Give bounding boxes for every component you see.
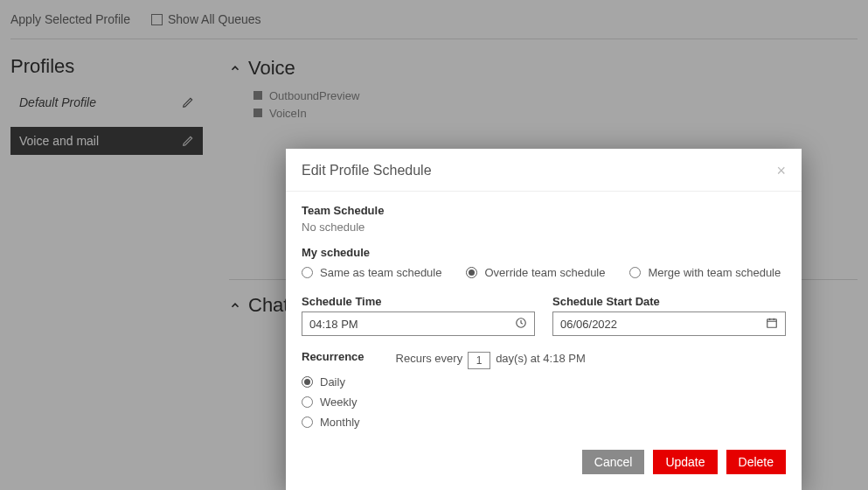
option-label: Override team schedule [484,266,605,279]
modal-header: Edit Profile Schedule × [286,149,802,192]
schedule-time-label: Schedule Time [302,295,535,308]
my-schedule-label: My schedule [302,246,786,259]
schedule-time-input[interactable]: 04:18 PM [302,312,535,336]
edit-profile-schedule-modal: Edit Profile Schedule × Team Schedule No… [286,149,802,490]
update-button[interactable]: Update [653,450,717,474]
option-label: Merge with team schedule [648,266,781,279]
modal-title: Edit Profile Schedule [302,163,432,178]
radio-icon [302,416,313,428]
recurrence-weekly[interactable]: Weekly [302,396,365,409]
radio-icon [629,267,641,278]
option-label: Same as team schedule [320,266,441,279]
schedule-date-value: 06/06/2022 [560,318,766,331]
close-icon[interactable]: × [776,163,786,178]
option-override-team[interactable]: Override team schedule [466,266,605,279]
option-label: Weekly [320,396,357,409]
schedule-date-label: Schedule Start Date [552,295,786,308]
schedule-time-field: Schedule Time 04:18 PM [302,295,535,336]
recurrence-daily[interactable]: Daily [302,375,365,388]
svg-rect-1 [767,318,777,326]
clock-icon [515,317,527,332]
recurrence-section: Recurrence Daily Weekly Monthly [302,350,786,429]
radio-icon [302,376,313,388]
modal-footer: Cancel Update Delete [286,436,802,490]
schedule-time-value: 04:18 PM [309,318,515,331]
radio-icon [466,267,477,278]
team-schedule-value: No schedule [302,220,786,234]
option-label: Monthly [320,416,360,429]
modal-body: Team Schedule No schedule My schedule Sa… [286,192,802,436]
recurrence-summary: Recurs every 1 day(s) at 4:18 PM [396,350,586,429]
recurs-days-input[interactable]: 1 [468,352,490,369]
radio-icon [302,396,313,408]
option-merge-team[interactable]: Merge with team schedule [629,266,781,279]
calendar-icon [766,317,778,332]
schedule-date-input[interactable]: 06/06/2022 [552,312,786,336]
recurs-post: day(s) at 4:18 PM [496,352,586,365]
delete-button[interactable]: Delete [726,450,786,474]
team-schedule-label: Team Schedule [302,204,786,217]
cancel-button[interactable]: Cancel [582,450,645,474]
option-label: Daily [320,375,345,388]
my-schedule-options: Same as team schedule Override team sche… [302,266,786,279]
recurs-pre: Recurs every [396,352,463,365]
option-same-as-team[interactable]: Same as team schedule [302,266,441,279]
recurrence-options: Daily Weekly Monthly [302,375,365,429]
radio-icon [302,267,313,278]
recurrence-monthly[interactable]: Monthly [302,416,365,429]
schedule-date-field: Schedule Start Date 06/06/2022 [552,295,786,336]
schedule-fields: Schedule Time 04:18 PM Schedule Start Da… [302,295,786,336]
recurrence-label: Recurrence [302,350,365,363]
